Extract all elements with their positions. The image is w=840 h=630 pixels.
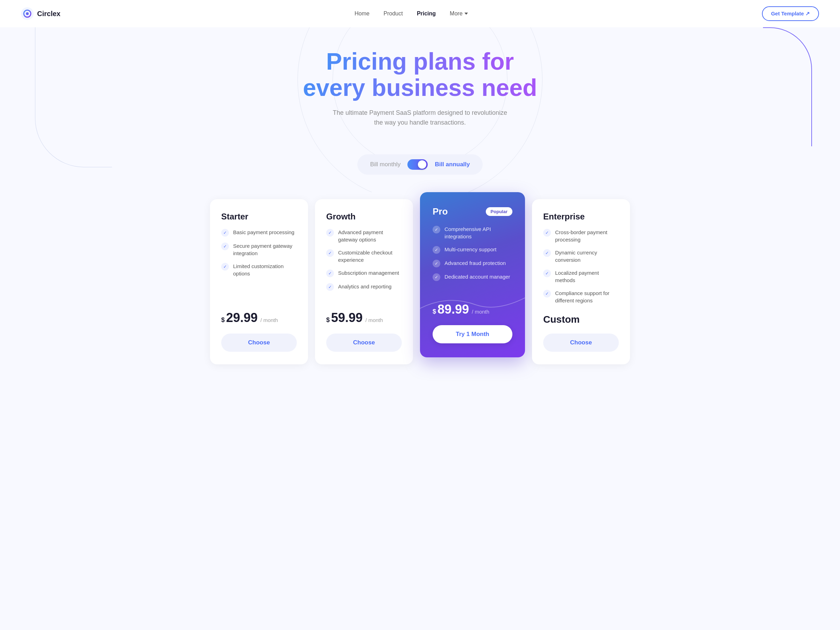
feature-item: ✓ Compliance support for different regio…	[543, 289, 619, 304]
check-icon: ✓	[326, 249, 334, 257]
feature-text: Customizable checkout experience	[338, 249, 402, 264]
nav-more-label: More	[450, 11, 463, 17]
feature-text: Advanced payment gateway options	[338, 229, 402, 243]
plan-name-enterprise: Enterprise	[543, 212, 619, 221]
features-starter: ✓ Basic payment processing ✓ Secure paym…	[221, 229, 297, 301]
bill-annually-label: Bill annually	[435, 161, 470, 168]
feature-text: Advanced fraud protection	[445, 259, 506, 267]
feature-item: ✓ Customizable checkout experience	[326, 249, 402, 264]
features-enterprise: ✓ Cross-border payment processing ✓ Dyna…	[543, 229, 619, 304]
feature-item: ✓ Subscription management	[326, 269, 402, 277]
hero-title-line2: every business need	[303, 74, 537, 101]
hero-title-line1: Pricing plans for	[326, 48, 514, 74]
bill-monthly-label: Bill monthly	[370, 161, 400, 168]
check-icon: ✓	[326, 270, 334, 277]
svg-point-2	[26, 12, 29, 15]
pro-header: Pro Popular	[433, 206, 512, 217]
starter-choose-button[interactable]: Choose	[221, 333, 297, 352]
feature-text: Cross-border payment processing	[555, 229, 619, 243]
nav-more[interactable]: More	[450, 11, 467, 17]
nav-home[interactable]: Home	[355, 11, 369, 17]
hero-section: Pricing plans for every business need Th…	[0, 27, 840, 192]
get-template-button[interactable]: Get Template ↗	[762, 6, 819, 21]
feature-text: Multi-currency support	[445, 246, 496, 253]
price-period: / month	[261, 317, 278, 323]
feature-item: ✓ Basic payment processing	[221, 229, 297, 237]
growth-choose-button[interactable]: Choose	[326, 333, 402, 352]
feature-item: ✓ Cross-border payment processing	[543, 229, 619, 243]
nav-pricing[interactable]: Pricing	[417, 11, 436, 17]
check-icon: ✓	[221, 229, 229, 237]
price-row-growth: $ 59.99 / month	[326, 311, 402, 325]
plan-name-starter: Starter	[221, 212, 297, 221]
nav-links: Home Product Pricing More	[355, 11, 468, 17]
logo-text: Circlex	[37, 10, 60, 18]
feature-item: ✓ Analytics and reporting	[326, 283, 402, 291]
feature-text: Dedicated account manager	[445, 273, 510, 280]
check-icon: ✓	[543, 229, 551, 237]
feature-item: ✓ Advanced fraud protection	[433, 259, 512, 267]
feature-text: Secure payment gateway integration	[233, 242, 297, 257]
price-dollar: $	[326, 316, 330, 324]
hero-subtitle: The ultimate Payment SaaS platform desig…	[7, 108, 833, 128]
plan-card-growth: Growth ✓ Advanced payment gateway option…	[315, 199, 413, 364]
feature-item: ✓ Dedicated account manager	[433, 273, 512, 281]
logo-icon	[21, 7, 33, 20]
check-icon: ✓	[433, 260, 440, 267]
chevron-down-icon	[464, 13, 468, 15]
feature-text: Comprehensive API integrations	[445, 226, 512, 240]
navbar: Circlex Home Product Pricing More Get Te…	[0, 0, 840, 27]
feature-text: Subscription management	[338, 269, 399, 276]
feature-item: ✓ Comprehensive API integrations	[433, 226, 512, 240]
popular-badge: Popular	[486, 207, 512, 216]
billing-toggle-switch[interactable]	[407, 159, 428, 170]
price-custom-enterprise: Custom	[543, 314, 619, 325]
feature-text: Basic payment processing	[233, 229, 294, 236]
check-icon: ✓	[326, 229, 334, 237]
feature-text: Dynamic currency conversion	[555, 249, 619, 264]
features-pro: ✓ Comprehensive API integrations ✓ Multi…	[433, 226, 512, 292]
plan-card-enterprise: Enterprise ✓ Cross-border payment proces…	[532, 199, 630, 364]
check-icon: ✓	[433, 246, 440, 254]
plan-card-starter: Starter ✓ Basic payment processing ✓ Sec…	[210, 199, 308, 364]
enterprise-choose-button[interactable]: Choose	[543, 333, 619, 352]
feature-item: ✓ Multi-currency support	[433, 246, 512, 254]
plan-name-growth: Growth	[326, 212, 402, 221]
pro-try-button[interactable]: Try 1 Month	[433, 325, 512, 343]
billing-toggle-container: Bill monthly Bill annually	[357, 154, 482, 175]
feature-item: ✓ Limited customization options	[221, 262, 297, 277]
check-icon: ✓	[433, 273, 440, 281]
plan-card-pro: Pro Popular ✓ Comprehensive API integrat…	[420, 192, 525, 357]
check-icon: ✓	[221, 263, 229, 270]
nav-product[interactable]: Product	[384, 11, 403, 17]
check-icon: ✓	[543, 270, 551, 277]
check-icon: ✓	[543, 249, 551, 257]
feature-item: ✓ Secure payment gateway integration	[221, 242, 297, 257]
price-row-starter: $ 29.99 / month	[221, 311, 297, 325]
price-period: / month	[365, 317, 383, 323]
logo[interactable]: Circlex	[21, 7, 60, 20]
feature-item: ✓ Advanced payment gateway options	[326, 229, 402, 243]
price-dollar: $	[221, 316, 225, 324]
feature-text: Compliance support for different regions	[555, 289, 619, 304]
features-growth: ✓ Advanced payment gateway options ✓ Cus…	[326, 229, 402, 301]
check-icon: ✓	[433, 226, 440, 234]
check-icon: ✓	[221, 243, 229, 250]
feature-text: Limited customization options	[233, 262, 297, 277]
hero-title: Pricing plans for every business need	[7, 48, 833, 101]
check-icon: ✓	[543, 290, 551, 297]
plan-name-pro: Pro	[433, 206, 448, 217]
feature-item: ✓ Localized payment methods	[543, 269, 619, 284]
price-amount: 29.99	[226, 311, 257, 325]
check-icon: ✓	[326, 283, 334, 291]
feature-item: ✓ Dynamic currency conversion	[543, 249, 619, 264]
price-amount: 59.99	[331, 311, 363, 325]
pricing-cards: Starter ✓ Basic payment processing ✓ Sec…	[0, 192, 840, 385]
pro-curve-decoration	[420, 291, 525, 312]
feature-text: Localized payment methods	[555, 269, 619, 284]
feature-text: Analytics and reporting	[338, 283, 392, 290]
